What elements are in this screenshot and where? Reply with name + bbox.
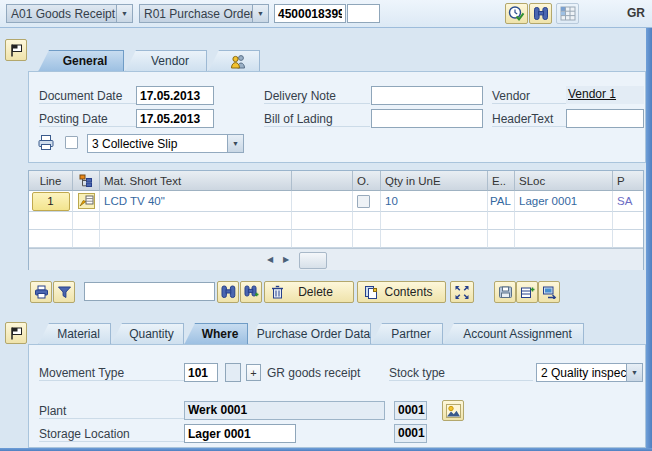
- chevron-down-icon[interactable]: ▼: [626, 364, 642, 381]
- col-header-qty[interactable]: Qty in UnE: [381, 171, 488, 191]
- collapse-detail-button[interactable]: [5, 322, 27, 344]
- tab-where[interactable]: Where: [184, 323, 248, 345]
- grid-view-button[interactable]: [556, 3, 579, 24]
- tab-partner[interactable]: Partner: [371, 323, 443, 345]
- insert-row-button[interactable]: [516, 281, 538, 303]
- delete-button[interactable]: Delete: [264, 281, 354, 303]
- empty-row-cell[interactable]: [29, 230, 73, 248]
- tab-vendor-label: Vendor: [151, 54, 189, 68]
- row1-ok-cell[interactable]: [353, 191, 381, 212]
- tab-partners[interactable]: [208, 50, 260, 72]
- tab-quantity[interactable]: Quantity: [111, 323, 184, 345]
- contents-button[interactable]: Contents: [357, 281, 446, 303]
- row1-mat-short-text[interactable]: LCD TV 40": [100, 191, 292, 212]
- tab-vendor[interactable]: Vendor: [125, 50, 207, 72]
- item-detail-icon[interactable]: [78, 193, 95, 209]
- plant-overview-button[interactable]: [442, 400, 464, 421]
- tab-material-label: Material: [57, 327, 100, 341]
- row1-line-cell[interactable]: 1: [29, 191, 73, 212]
- scroll-thumb[interactable]: [299, 252, 327, 269]
- row1-eun[interactable]: PAL: [488, 191, 515, 212]
- empty-row-cell[interactable]: [381, 212, 488, 230]
- empty-row-cell[interactable]: [292, 212, 353, 230]
- empty-row-cell[interactable]: [488, 212, 515, 230]
- col-header-p[interactable]: P: [613, 171, 643, 191]
- slip-dropdown[interactable]: 3 Collective Slip ▼: [87, 134, 244, 153]
- row1-p[interactable]: SA: [613, 191, 643, 212]
- col-header-line[interactable]: Line: [29, 171, 73, 191]
- transaction-title: GR: [627, 6, 645, 20]
- reference-dropdown[interactable]: R01 Purchase Order ▼: [139, 4, 269, 23]
- col-header-hierarchy[interactable]: [73, 171, 100, 191]
- empty-row-cell[interactable]: [100, 212, 292, 230]
- chevron-down-icon[interactable]: ▼: [116, 5, 132, 22]
- col-header-eun[interactable]: E..: [488, 171, 515, 191]
- posting-date-input[interactable]: [136, 109, 214, 128]
- table-hscrollbar[interactable]: ◀ ▶: [29, 248, 643, 270]
- delivery-note-input[interactable]: [371, 86, 483, 105]
- tab-purchase-order-data[interactable]: Purchase Order Data: [248, 323, 371, 345]
- row1-blank-cell[interactable]: [292, 191, 353, 212]
- chevron-down-icon[interactable]: ▼: [227, 135, 243, 152]
- bill-of-lading-label: Bill of Lading: [264, 112, 370, 127]
- storage-location-input[interactable]: [184, 424, 296, 443]
- row1-qty[interactable]: 10: [381, 191, 488, 212]
- scroll-right-icon[interactable]: ▶: [279, 253, 293, 266]
- empty-row-cell[interactable]: [29, 212, 73, 230]
- empty-row-cell[interactable]: [381, 230, 488, 248]
- find-button[interactable]: [529, 3, 552, 24]
- find-next-button[interactable]: [240, 281, 262, 303]
- printer-icon: [34, 285, 49, 299]
- collapse-header-button[interactable]: [5, 39, 27, 61]
- empty-row-cell[interactable]: [353, 212, 381, 230]
- movement-type-input[interactable]: [184, 363, 218, 382]
- filter-button[interactable]: [53, 281, 75, 303]
- reference-dropdown-value: R01 Purchase Order: [140, 7, 252, 21]
- vendor-link[interactable]: Vendor 1: [568, 87, 616, 101]
- document-number-input[interactable]: [274, 4, 346, 23]
- post-execute-button[interactable]: [505, 3, 528, 24]
- vendor-value-field[interactable]: Vendor 1: [566, 86, 644, 104]
- action-dropdown-value: A01 Goods Receipt: [7, 7, 116, 21]
- empty-row-cell[interactable]: [515, 230, 613, 248]
- scroll-left-icon[interactable]: ◀: [263, 253, 277, 266]
- empty-row-cell[interactable]: [73, 212, 100, 230]
- empty-row-cell[interactable]: [488, 230, 515, 248]
- transaction-toolbar: A01 Goods Receipt ▼ R01 Purchase Order ▼…: [0, 0, 652, 28]
- print-items-button[interactable]: [30, 281, 52, 303]
- item-search-input[interactable]: [84, 282, 215, 301]
- action-dropdown[interactable]: A01 Goods Receipt ▼: [6, 4, 133, 23]
- expand-button[interactable]: [450, 281, 474, 303]
- row1-line-button[interactable]: 1: [32, 192, 70, 211]
- item-number-input[interactable]: [347, 4, 380, 23]
- settings-button[interactable]: [538, 281, 560, 303]
- empty-row-cell[interactable]: [613, 212, 643, 230]
- empty-row-cell[interactable]: [515, 212, 613, 230]
- row1-sloc[interactable]: Lager 0001: [515, 191, 613, 212]
- tab-account-assignment[interactable]: Account Assignment: [443, 323, 584, 345]
- bill-of-lading-input[interactable]: [371, 109, 483, 128]
- movement-type-plus-button[interactable]: +: [246, 364, 261, 381]
- stock-type-dropdown[interactable]: 2 Quality inspect... ▼: [536, 363, 643, 382]
- col-header-sloc[interactable]: SLoc: [515, 171, 613, 191]
- row1-detail-cell[interactable]: [73, 191, 100, 212]
- empty-row-cell[interactable]: [353, 230, 381, 248]
- document-date-input[interactable]: [136, 86, 214, 105]
- empty-row-cell[interactable]: [613, 230, 643, 248]
- col-header-blank[interactable]: [292, 171, 353, 191]
- find-items-button[interactable]: [217, 281, 239, 303]
- empty-row-cell[interactable]: [100, 230, 292, 248]
- empty-row-cell[interactable]: [292, 230, 353, 248]
- chevron-down-icon[interactable]: ▼: [252, 5, 268, 22]
- row1-ok-checkbox[interactable]: [357, 195, 370, 208]
- empty-row-cell[interactable]: [73, 230, 100, 248]
- tab-material[interactable]: Material: [38, 323, 111, 345]
- header-text-input[interactable]: [566, 109, 644, 128]
- col-header-ok[interactable]: O.: [353, 171, 381, 191]
- hold-button[interactable]: [494, 281, 516, 303]
- print-checkbox[interactable]: [65, 136, 78, 149]
- special-stock-field[interactable]: [225, 363, 241, 382]
- col-header-mat-short-text[interactable]: Mat. Short Text: [100, 171, 292, 191]
- trash-icon: [271, 285, 284, 299]
- tab-general[interactable]: General: [38, 50, 124, 72]
